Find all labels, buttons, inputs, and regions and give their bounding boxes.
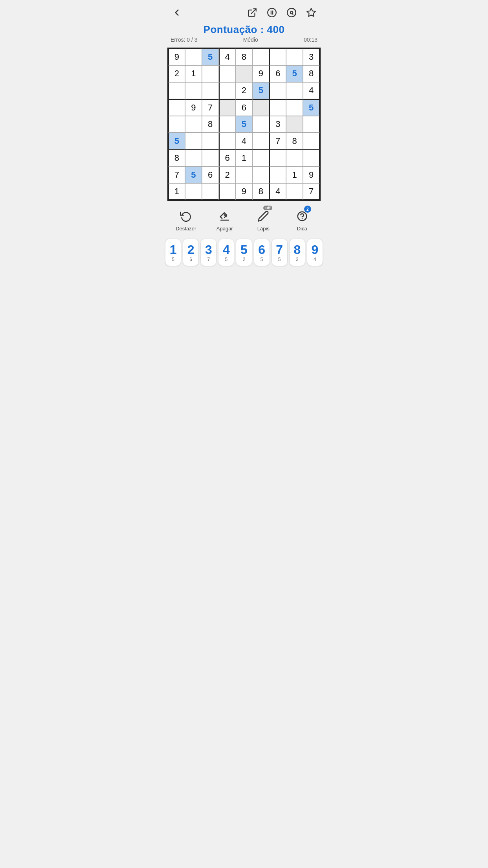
cell-r5-c1[interactable] [185,132,202,149]
cell-r8-c3[interactable] [219,183,236,200]
cell-r7-c6[interactable] [269,166,286,183]
cell-r6-c0[interactable]: 8 [168,149,185,166]
settings-button[interactable] [304,6,318,20]
cell-r6-c2[interactable] [202,149,219,166]
cell-r8-c4[interactable]: 9 [236,183,253,200]
cell-r7-c4[interactable] [236,166,253,183]
cell-r0-c8[interactable]: 3 [303,48,320,65]
numpad-btn-5[interactable]: 52 [236,239,252,266]
cell-r5-c7[interactable]: 8 [286,132,303,149]
cell-r6-c6[interactable] [269,149,286,166]
cell-r1-c0[interactable]: 2 [168,65,185,82]
cell-r3-c0[interactable] [168,99,185,116]
cell-r6-c1[interactable] [185,149,202,166]
cell-r2-c4[interactable]: 2 [236,82,253,99]
cell-r4-c4[interactable]: 5 [236,116,253,133]
cell-r1-c1[interactable]: 1 [185,65,202,82]
cell-r6-c4[interactable]: 1 [236,149,253,166]
cell-r2-c2[interactable] [202,82,219,99]
cell-r6-c8[interactable] [303,149,320,166]
numpad-btn-4[interactable]: 45 [218,239,234,266]
cell-r8-c8[interactable]: 7 [303,183,320,200]
cell-r7-c2[interactable]: 6 [202,166,219,183]
cell-r2-c5[interactable]: 5 [252,82,269,99]
cell-r8-c0[interactable]: 1 [168,183,185,200]
cell-r3-c1[interactable]: 9 [185,99,202,116]
theme-button[interactable]: A [284,6,299,20]
cell-r4-c5[interactable] [252,116,269,133]
back-button[interactable] [170,6,184,20]
cell-r0-c0[interactable]: 9 [168,48,185,65]
cell-r1-c8[interactable]: 8 [303,65,320,82]
cell-r6-c3[interactable]: 6 [219,149,236,166]
cell-r4-c2[interactable]: 8 [202,116,219,133]
sudoku-grid-container: 954832196582549765853547886175621919847 [167,48,321,201]
cell-r4-c6[interactable]: 3 [269,116,286,133]
cell-r5-c6[interactable]: 7 [269,132,286,149]
cell-r4-c7[interactable] [286,116,303,133]
cell-r2-c8[interactable]: 4 [303,82,320,99]
pencil-button[interactable]: Off Lápis [251,209,275,232]
cell-r7-c5[interactable] [252,166,269,183]
cell-r5-c4[interactable]: 4 [236,132,253,149]
cell-r4-c8[interactable] [303,116,320,133]
cell-r7-c8[interactable]: 9 [303,166,320,183]
numpad-btn-8[interactable]: 83 [289,239,305,266]
cell-r5-c3[interactable] [219,132,236,149]
cell-r0-c2[interactable]: 5 [202,48,219,65]
cell-r6-c7[interactable] [286,149,303,166]
cell-r2-c7[interactable] [286,82,303,99]
cell-r2-c3[interactable] [219,82,236,99]
cell-r1-c5[interactable]: 9 [252,65,269,82]
cell-r0-c6[interactable] [269,48,286,65]
share-button[interactable] [245,6,259,20]
cell-r6-c5[interactable] [252,149,269,166]
cell-r3-c8[interactable]: 5 [303,99,320,116]
cell-r8-c7[interactable] [286,183,303,200]
cell-r1-c6[interactable]: 6 [269,65,286,82]
cell-r2-c0[interactable] [168,82,185,99]
cell-r0-c1[interactable] [185,48,202,65]
cell-r7-c7[interactable]: 1 [286,166,303,183]
numpad-btn-7[interactable]: 75 [272,239,288,266]
numpad-btn-6[interactable]: 65 [254,239,270,266]
hint-button[interactable]: 2 Dica [290,209,314,232]
pause-button[interactable] [265,6,279,20]
cell-r4-c0[interactable] [168,116,185,133]
numpad-btn-9[interactable]: 94 [307,239,323,266]
cell-r3-c3[interactable] [219,99,236,116]
cell-r0-c7[interactable] [286,48,303,65]
cell-r7-c1[interactable]: 5 [185,166,202,183]
cell-r0-c4[interactable]: 8 [236,48,253,65]
cell-r5-c8[interactable] [303,132,320,149]
cell-r7-c3[interactable]: 2 [219,166,236,183]
cell-r8-c1[interactable] [185,183,202,200]
cell-r5-c0[interactable]: 5 [168,132,185,149]
cell-r1-c3[interactable] [219,65,236,82]
cell-r4-c1[interactable] [185,116,202,133]
cell-r3-c4[interactable]: 6 [236,99,253,116]
cell-r7-c0[interactable]: 7 [168,166,185,183]
cell-r2-c6[interactable] [269,82,286,99]
cell-r3-c6[interactable] [269,99,286,116]
erase-button[interactable]: Apagar [213,209,237,232]
cell-r5-c5[interactable] [252,132,269,149]
cell-r8-c2[interactable] [202,183,219,200]
cell-r3-c5[interactable] [252,99,269,116]
numpad-btn-2[interactable]: 26 [183,239,199,266]
cell-r3-c7[interactable] [286,99,303,116]
cell-r1-c4[interactable] [236,65,253,82]
cell-r0-c3[interactable]: 4 [219,48,236,65]
cell-r8-c5[interactable]: 8 [252,183,269,200]
cell-r1-c7[interactable]: 5 [286,65,303,82]
cell-r8-c6[interactable]: 4 [269,183,286,200]
numpad-btn-1[interactable]: 15 [165,239,181,266]
cell-r4-c3[interactable] [219,116,236,133]
numpad-btn-3[interactable]: 37 [200,239,216,266]
cell-r1-c2[interactable] [202,65,219,82]
cell-r3-c2[interactable]: 7 [202,99,219,116]
cell-r0-c5[interactable] [252,48,269,65]
cell-r5-c2[interactable] [202,132,219,149]
undo-button[interactable]: Desfazer [174,209,198,232]
cell-r2-c1[interactable] [185,82,202,99]
